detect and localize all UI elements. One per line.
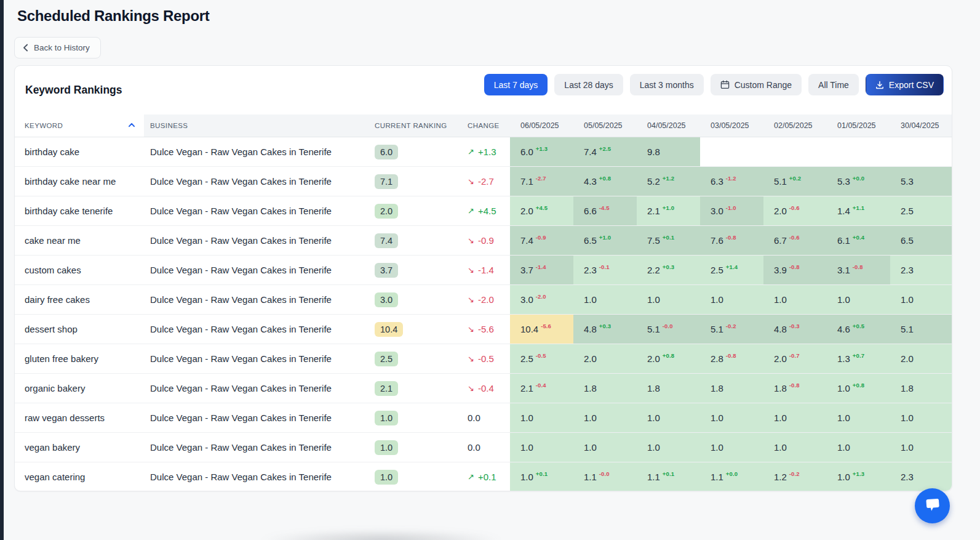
ranking-delta: -0.4 (536, 382, 546, 389)
date-ranking-cell-empty (827, 137, 890, 166)
date-ranking-cell-empty (763, 137, 827, 166)
date-ranking-cell: 1.0+1.3 (827, 462, 890, 491)
date-ranking-cell: 2.0-0.6 (763, 196, 827, 225)
ranking-value: 7.1 (520, 176, 533, 187)
ranking-delta: +0.2 (789, 175, 801, 182)
ranking-value: 2.1 (647, 206, 660, 216)
date-ranking-cell: 1.0+0.8 (827, 374, 890, 403)
ranking-delta: +1.4 (726, 264, 738, 270)
export-csv-button[interactable]: Export CSV (866, 74, 944, 95)
date-ranking-cell: 1.8 (890, 374, 952, 403)
sidebar-edge (0, 0, 4, 540)
date-ranking-cell: 10.4-5.6 (510, 315, 573, 344)
date-ranking-cell: 3.1-0.8 (827, 256, 890, 284)
ranking-value: 6.5 (901, 235, 914, 246)
trend-up-icon: ↗ (468, 206, 474, 216)
ranking-value: 5.1 (901, 324, 914, 334)
change-cell: ↘-1.4 (466, 256, 510, 284)
ranking-value: 5.1 (711, 324, 723, 334)
business-cell: Dulce Vegan - Raw Vegan Cakes in Tenerif… (144, 433, 370, 462)
ranking-value: 1.0 (774, 413, 787, 423)
current-ranking-cell: 3.7 (370, 256, 466, 284)
ranking-value: 3.1 (837, 265, 850, 275)
filter-button-custom-range[interactable]: Custom Range (711, 74, 802, 95)
table-header-cell-date[interactable]: 06/05/2025 (510, 115, 573, 137)
ranking-value: 3.0 (711, 206, 723, 216)
ranking-value: 2.8 (711, 353, 723, 364)
ranking-value: 1.1 (647, 472, 660, 482)
change-value: -0.5 (478, 353, 494, 364)
table-header-cell-date[interactable]: 03/05/2025 (700, 115, 763, 137)
ranking-value: 9.8 (647, 147, 660, 157)
date-ranking-cell: 5.3+0.0 (827, 167, 890, 196)
ranking-delta: +0.8 (853, 382, 864, 389)
trend-down-icon: ↘ (468, 384, 474, 393)
keyword-cell: custom cakes (15, 256, 144, 284)
table-header-cell-keyword[interactable]: KEYWORD (15, 115, 144, 137)
chat-widget-button[interactable] (915, 488, 950, 523)
column-label: CHANGE (468, 122, 500, 129)
table-header-cell-date[interactable]: 01/05/2025 (827, 115, 890, 137)
trend-down-icon: ↘ (468, 265, 474, 275)
ranking-delta: +0.0 (853, 175, 864, 182)
column-label: 01/05/2025 (837, 121, 876, 130)
ranking-value: 1.0 (711, 442, 723, 453)
table-header-cell-business[interactable]: BUSINESS (144, 115, 370, 137)
ranking-delta: +0.5 (853, 323, 864, 329)
ranking-value: 1.0 (520, 472, 533, 482)
date-ranking-cell: 3.0-2.0 (510, 285, 573, 314)
table-row: organic bakeryDulce Vegan - Raw Vegan Ca… (15, 374, 952, 403)
date-ranking-cell: 1.3+0.7 (827, 344, 890, 373)
date-ranking-cell: 5.1-0.2 (700, 315, 763, 344)
table-header-cell-change[interactable]: CHANGE (466, 115, 510, 137)
ranking-value: 1.0 (647, 413, 660, 423)
keyword-cell: cake near me (15, 226, 144, 255)
date-ranking-cell: 1.0 (700, 433, 763, 462)
back-to-history-button[interactable]: Back to History (14, 37, 101, 58)
ranking-value: 1.0 (711, 413, 723, 423)
table-row: birthday cake tenerifeDulce Vegan - Raw … (15, 196, 952, 226)
table-row: custom cakesDulce Vegan - Raw Vegan Cake… (15, 256, 952, 285)
filter-button-label: Last 28 days (564, 80, 613, 90)
date-ranking-cell: 6.3-1.2 (700, 167, 763, 196)
table-row: vegan bakeryDulce Vegan - Raw Vegan Cake… (15, 433, 952, 462)
card-title: Keyword Rankings (25, 84, 122, 97)
filter-button-all-time[interactable]: All Time (808, 74, 859, 95)
business-cell: Dulce Vegan - Raw Vegan Cakes in Tenerif… (144, 196, 370, 225)
table-header-cell-date[interactable]: 30/04/2025 (890, 115, 952, 137)
ranking-delta: -0.1 (599, 264, 610, 270)
ranking-value: 2.1 (520, 383, 533, 393)
ranking-value: 2.2 (647, 265, 660, 275)
table-row: dessert shopDulce Vegan - Raw Vegan Cake… (15, 315, 952, 344)
ranking-value: 2.0 (774, 353, 787, 364)
table-header-cell-current-ranking[interactable]: CURRENT RANKING (370, 115, 466, 137)
filter-button-last-3-months[interactable]: Last 3 months (630, 74, 704, 95)
date-ranking-cell: 1.4+1.1 (827, 196, 890, 225)
date-ranking-cell: 1.2-0.2 (763, 462, 827, 491)
ranking-delta: -0.8 (853, 264, 863, 270)
ranking-delta: +0.3 (599, 323, 611, 329)
ranking-delta: +0.0 (726, 470, 738, 477)
change-value: 0.0 (468, 442, 480, 453)
table-header-cell-date[interactable]: 05/05/2025 (573, 115, 637, 137)
ranking-value: 10.4 (520, 324, 538, 334)
ranking-value: 1.0 (774, 294, 787, 305)
ranking-value: 1.0 (584, 413, 597, 423)
keyword-cell: dairy free cakes (15, 285, 144, 314)
date-ranking-cell: 7.1-2.7 (510, 167, 573, 196)
date-ranking-cell: 2.5-0.5 (510, 344, 573, 373)
filter-button-last-7-days[interactable]: Last 7 days (484, 74, 548, 95)
filter-button-last-28-days[interactable]: Last 28 days (554, 74, 623, 95)
date-ranking-cell: 1.0 (890, 403, 952, 432)
date-ranking-cell: 1.0 (637, 433, 700, 462)
column-label: 30/04/2025 (901, 121, 939, 130)
date-ranking-cell: 6.5 (890, 226, 952, 255)
table-header-cell-date[interactable]: 04/05/2025 (637, 115, 700, 137)
change-value: +1.3 (478, 147, 496, 157)
ranking-value: 7.6 (711, 235, 723, 246)
date-ranking-cell: 2.0 (573, 344, 637, 373)
date-ranking-cell: 1.0 (890, 285, 952, 314)
ranking-value: 7.4 (520, 235, 533, 246)
table-header-cell-date[interactable]: 02/05/2025 (763, 115, 827, 137)
column-label: 02/05/2025 (774, 121, 813, 130)
